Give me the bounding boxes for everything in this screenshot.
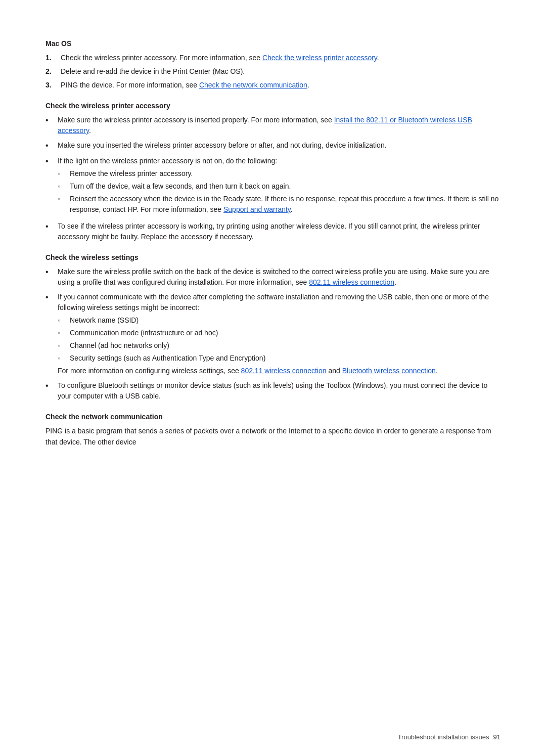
ws-sub-bullet-2-3: ◦ Channel (ad hoc networks only) <box>58 340 500 351</box>
ws-sub-bullet-2-1: ◦ Network name (SSID) <box>58 315 500 326</box>
step-2-text: Delete and re-add the device in the Prin… <box>61 66 245 77</box>
bullet-1-text: Make sure the wireless printer accessory… <box>58 115 500 136</box>
ws-sub-bullet-2-2-text: Communication mode (infrastructure or ad… <box>70 328 218 338</box>
bullet-4-text: To see if the wireless printer accessory… <box>58 221 500 242</box>
ws-bullet-dot-1: • <box>46 266 58 278</box>
sub-bullet-3-2-text: Turn off the device, wait a few seconds,… <box>70 181 291 192</box>
sub-bullets-3: ◦ Remove the wireless printer accessory.… <box>58 168 500 215</box>
network-communication-section: Check the network communication PING is … <box>46 413 500 448</box>
bullet-dot-1: • <box>46 114 58 126</box>
macos-step-2: 2. Delete and re-add the device in the P… <box>46 66 500 77</box>
bullet-item-2: • Make sure you inserted the wireless pr… <box>46 140 500 152</box>
macos-section: Mac OS 1. Check the wireless printer acc… <box>46 39 500 91</box>
ws-sub-bullet-2-3-text: Channel (ad hoc networks only) <box>70 340 169 351</box>
step-1-text: Check the wireless printer accessory. Fo… <box>61 53 379 63</box>
wireless-connection-link-2[interactable]: 802.11 wireless connection <box>241 367 327 375</box>
ws-bullet-dot-2: • <box>46 291 58 303</box>
bullet-3-text: If the light on the wireless printer acc… <box>58 156 500 217</box>
bullet-dot-4: • <box>46 220 58 233</box>
bullet-item-1: • Make sure the wireless printer accesso… <box>46 115 500 136</box>
page-footer: Troubleshoot installation issues 91 <box>398 733 500 741</box>
step-num-2: 2. <box>46 66 61 77</box>
step-num-3: 3. <box>46 80 61 91</box>
bullet-item-3: • If the light on the wireless printer a… <box>46 156 500 217</box>
sub-bullet-dot-3-3: ◦ <box>58 194 70 204</box>
ws-bullet-1-text: Make sure the wireless profile switch on… <box>58 266 500 288</box>
footer-page-number: 91 <box>493 733 500 741</box>
ws-sub-bullet-dot-2-1: ◦ <box>58 315 70 326</box>
bullet-dot-2: • <box>46 140 58 152</box>
wireless-connection-link-1[interactable]: 802.11 wireless connection <box>309 278 394 286</box>
ws-bullet-3: • To configure Bluetooth settings or mon… <box>46 380 500 402</box>
ws-sub-bullet-2-4: ◦ Security settings (such as Authenticat… <box>58 353 500 364</box>
ws-sub-bullet-dot-2-2: ◦ <box>58 328 70 338</box>
check-wireless-accessory-link-1[interactable]: Check the wireless printer accessory <box>262 54 377 62</box>
support-warranty-link[interactable]: Support and warranty <box>223 205 291 213</box>
network-communication-heading: Check the network communication <box>46 413 500 421</box>
sub-bullet-3-3-text: Reinsert the accessory when the device i… <box>70 194 500 215</box>
wireless-settings-heading: Check the wireless settings <box>46 253 500 261</box>
ws-sub-bullet-2-1-text: Network name (SSID) <box>70 315 139 326</box>
ws-bullet-2-text: If you cannot communicate with the devic… <box>58 292 500 376</box>
wireless-accessory-section: Check the wireless printer accessory • M… <box>46 102 500 242</box>
bullet-dot-3: • <box>46 155 58 167</box>
ws-bullet-1: • Make sure the wireless profile switch … <box>46 266 500 288</box>
ws-bullet-3-text: To configure Bluetooth settings or monit… <box>58 380 500 402</box>
bullet-item-4: • To see if the wireless printer accesso… <box>46 221 500 242</box>
sub-bullet-dot-3-1: ◦ <box>58 168 70 179</box>
footer-label: Troubleshoot installation issues <box>398 733 489 741</box>
bluetooth-wireless-link[interactable]: Bluetooth wireless connection <box>342 367 436 375</box>
wireless-settings-section: Check the wireless settings • Make sure … <box>46 253 500 402</box>
step-num-1: 1. <box>46 53 61 63</box>
step-3-text: PING the device. For more information, s… <box>61 80 309 91</box>
check-network-communication-link-1[interactable]: Check the network communication <box>199 81 307 89</box>
macos-step-3: 3. PING the device. For more information… <box>46 80 500 91</box>
network-communication-para: PING is a basic program that sends a ser… <box>46 426 500 448</box>
sub-bullet-3-3: ◦ Reinsert the accessory when the device… <box>58 194 500 215</box>
bullet-2-text: Make sure you inserted the wireless prin… <box>58 140 387 151</box>
ws-bullet-2: • If you cannot communicate with the dev… <box>46 292 500 376</box>
macos-steps-list: 1. Check the wireless printer accessory.… <box>46 53 500 91</box>
sub-bullet-3-1: ◦ Remove the wireless printer accessory. <box>58 168 500 179</box>
ws-sub-bullet-2-2: ◦ Communication mode (infrastructure or … <box>58 328 500 338</box>
ws-sub-bullet-dot-2-3: ◦ <box>58 340 70 351</box>
ws-bullet-dot-3: • <box>46 380 58 392</box>
wireless-accessory-bullets: • Make sure the wireless printer accesso… <box>46 115 500 242</box>
ws-sub-bullet-2-4-text: Security settings (such as Authenticatio… <box>70 353 265 364</box>
macos-step-1: 1. Check the wireless printer accessory.… <box>46 53 500 63</box>
ws-sub-bullets-2: ◦ Network name (SSID) ◦ Communication mo… <box>58 315 500 364</box>
sub-bullet-3-1-text: Remove the wireless printer accessory. <box>70 168 193 179</box>
wireless-settings-bullets: • Make sure the wireless profile switch … <box>46 266 500 402</box>
macos-heading: Mac OS <box>46 39 500 48</box>
sub-bullet-3-2: ◦ Turn off the device, wait a few second… <box>58 181 500 192</box>
wireless-accessory-heading: Check the wireless printer accessory <box>46 102 500 110</box>
ws-sub-bullet-dot-2-4: ◦ <box>58 353 70 364</box>
ws-extra-text: For more information on configuring wire… <box>58 367 438 375</box>
sub-bullet-dot-3-2: ◦ <box>58 181 70 192</box>
